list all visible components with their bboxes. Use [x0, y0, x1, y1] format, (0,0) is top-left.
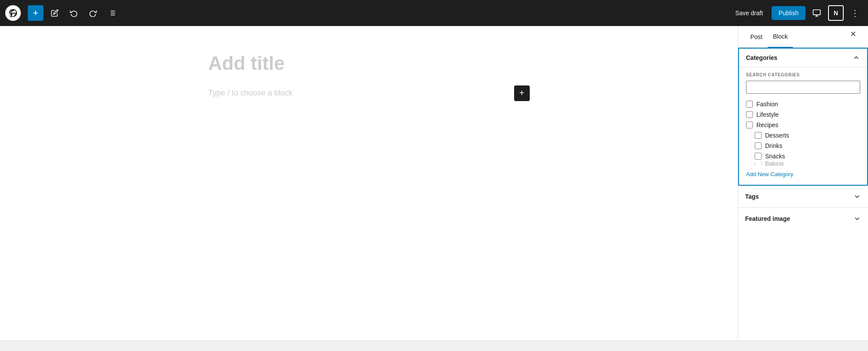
- editor-content: Add title Type / to choose a block +: [191, 52, 547, 101]
- category-checkbox-recipes[interactable]: [746, 121, 753, 128]
- category-item-desserts: Desserts: [746, 130, 860, 141]
- body-placeholder[interactable]: Type / to choose a block: [208, 89, 293, 98]
- category-item-baking: Baking: [746, 161, 860, 166]
- category-label-fashion[interactable]: Fashion: [756, 101, 778, 108]
- list-view-button[interactable]: [104, 5, 120, 21]
- post-body-area: Type / to choose a block +: [208, 85, 530, 101]
- category-checkbox-snacks[interactable]: [755, 153, 762, 160]
- categories-panel-title: Categories: [746, 54, 777, 61]
- add-block-toolbar-button[interactable]: +: [28, 5, 43, 21]
- category-item-snacks: Snacks: [746, 151, 860, 161]
- sidebar-close-button[interactable]: [845, 26, 861, 42]
- category-checkbox-desserts[interactable]: [755, 132, 762, 139]
- main-toolbar: + Save draft Publish: [0, 0, 868, 26]
- editor-area: Add title Type / to choose a block +: [0, 26, 738, 341]
- category-label-lifestyle[interactable]: Lifestyle: [756, 111, 779, 118]
- save-draft-button[interactable]: Save draft: [730, 6, 768, 20]
- editor-footer: [0, 341, 868, 351]
- tags-panel-title: Tags: [745, 193, 759, 200]
- categories-panel-body: SEARCH CATEGORIES Fashion Lifestyle Reci…: [739, 67, 867, 185]
- wp-logo[interactable]: [5, 5, 21, 21]
- categories-panel-toggle[interactable]: [852, 54, 860, 62]
- category-checkbox-drinks[interactable]: [755, 142, 762, 149]
- sidebar-tabs: Post Block: [738, 26, 868, 48]
- categories-panel-header[interactable]: Categories: [739, 49, 867, 67]
- undo-button[interactable]: [66, 5, 82, 21]
- add-new-category-link[interactable]: Add New Category: [746, 171, 793, 177]
- inline-add-block-button[interactable]: +: [514, 85, 530, 101]
- sidebar: Post Block Categories SEARCH CATE: [738, 26, 868, 341]
- user-avatar-button[interactable]: N: [828, 5, 844, 21]
- featured-image-panel: Featured image: [738, 208, 868, 230]
- category-item-fashion: Fashion: [746, 99, 860, 109]
- category-item-recipes: Recipes: [746, 120, 860, 130]
- category-checkbox-fashion[interactable]: [746, 101, 753, 108]
- tags-panel-toggle[interactable]: [853, 193, 861, 200]
- tab-block[interactable]: Block: [768, 26, 793, 48]
- category-item-lifestyle: Lifestyle: [746, 109, 860, 120]
- view-mode-button[interactable]: [809, 5, 825, 21]
- category-label-snacks[interactable]: Snacks: [765, 153, 785, 160]
- featured-image-panel-title: Featured image: [745, 215, 790, 222]
- category-checkbox-baking[interactable]: [755, 161, 762, 166]
- featured-image-panel-header[interactable]: Featured image: [738, 208, 868, 230]
- svg-rect-6: [813, 10, 821, 15]
- publish-button[interactable]: Publish: [772, 6, 805, 20]
- category-label-recipes[interactable]: Recipes: [756, 121, 779, 128]
- category-item-drinks: Drinks: [746, 141, 860, 151]
- tags-panel-header[interactable]: Tags: [738, 186, 868, 207]
- category-list: Fashion Lifestyle Recipes Desserts: [746, 99, 860, 166]
- search-categories-label: SEARCH CATEGORIES: [746, 72, 860, 77]
- post-title-input[interactable]: Add title: [208, 52, 530, 75]
- category-checkbox-lifestyle[interactable]: [746, 111, 753, 118]
- tags-panel: Tags: [738, 186, 868, 208]
- category-label-desserts[interactable]: Desserts: [765, 132, 789, 139]
- redo-button[interactable]: [85, 5, 101, 21]
- more-options-button[interactable]: ⋮: [847, 5, 863, 21]
- tab-post[interactable]: Post: [745, 26, 768, 47]
- category-label-baking[interactable]: Baking: [765, 161, 784, 166]
- categories-panel: Categories SEARCH CATEGORIES Fashion: [738, 48, 868, 186]
- edit-pen-button[interactable]: [47, 5, 63, 21]
- search-categories-input[interactable]: [746, 81, 860, 94]
- category-label-drinks[interactable]: Drinks: [765, 142, 782, 149]
- main-area: Add title Type / to choose a block + Pos…: [0, 26, 868, 341]
- featured-image-panel-toggle[interactable]: [853, 215, 861, 223]
